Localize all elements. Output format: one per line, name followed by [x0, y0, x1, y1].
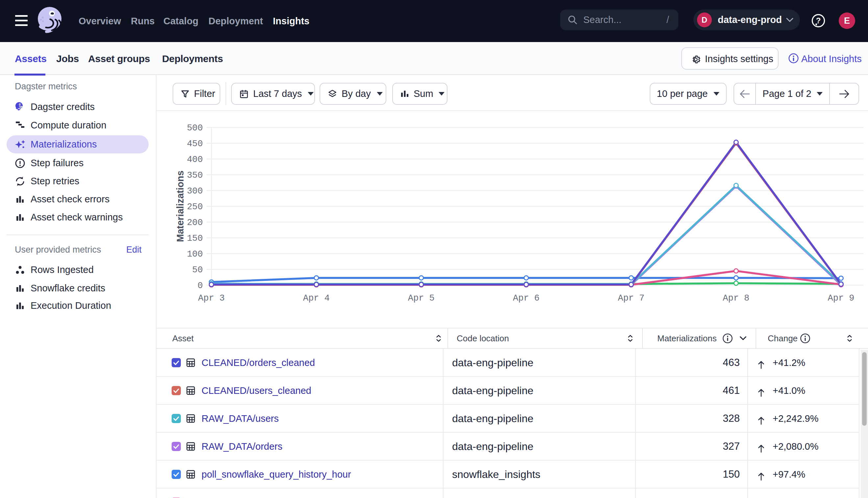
svg-text:Apr 5: Apr 5	[408, 293, 435, 303]
svg-text:Apr 3: Apr 3	[198, 293, 225, 303]
svg-text:50: 50	[192, 265, 203, 275]
svg-text:Materializations: Materializations	[175, 170, 186, 242]
svg-text:450: 450	[187, 139, 203, 149]
svg-text:400: 400	[187, 155, 203, 165]
svg-text:300: 300	[187, 186, 203, 196]
svg-text:250: 250	[187, 202, 203, 212]
svg-text:Apr 8: Apr 8	[723, 293, 749, 303]
svg-text:150: 150	[187, 234, 203, 244]
svg-text:Apr 4: Apr 4	[303, 293, 330, 303]
svg-text:Apr 7: Apr 7	[618, 293, 644, 303]
svg-text:500: 500	[187, 123, 203, 133]
svg-text:0: 0	[197, 281, 203, 291]
svg-text:Apr 9: Apr 9	[828, 293, 854, 303]
svg-text:Apr 6: Apr 6	[513, 293, 539, 303]
svg-text:?: ?	[816, 16, 821, 25]
svg-text:100: 100	[187, 249, 203, 259]
svg-text:350: 350	[187, 170, 203, 180]
svg-text:200: 200	[187, 218, 203, 228]
